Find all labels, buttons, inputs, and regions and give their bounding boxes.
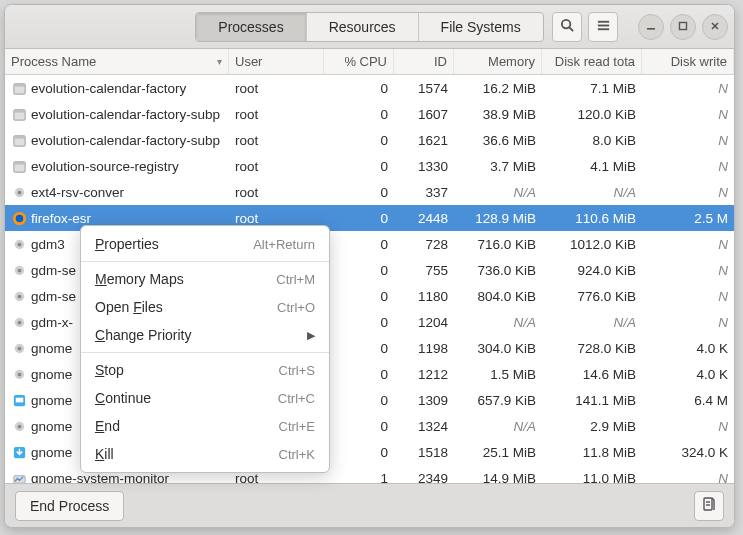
process-cpu: 0 xyxy=(324,419,394,434)
process-context-menu: PropertiesAlt+ReturnMemory MapsCtrl+MOpe… xyxy=(80,225,330,473)
process-disk-write: 6.4 M xyxy=(642,393,734,408)
process-cpu: 0 xyxy=(324,81,394,96)
process-memory: 128.9 MiB xyxy=(454,211,542,226)
process-disk-write: N xyxy=(642,159,734,174)
search-icon xyxy=(560,18,575,36)
menu-item[interactable]: PropertiesAlt+Return xyxy=(81,230,329,258)
col-header-memory[interactable]: Memory xyxy=(454,49,542,74)
end-process-button[interactable]: End Process xyxy=(15,491,124,521)
col-header-id[interactable]: ID xyxy=(394,49,454,74)
col-header-cpu[interactable]: % CPU xyxy=(324,49,394,74)
col-header-name[interactable]: Process Name▾ xyxy=(5,49,229,74)
process-name: gdm-se xyxy=(31,289,76,304)
process-icon xyxy=(11,210,27,226)
process-disk-read: 11.0 MiB xyxy=(542,471,642,484)
svg-rect-14 xyxy=(13,135,24,138)
menu-item-label: Memory Maps xyxy=(95,271,184,287)
process-cpu: 0 xyxy=(324,289,394,304)
maximize-button[interactable] xyxy=(670,14,696,40)
svg-point-18 xyxy=(17,190,21,194)
svg-point-28 xyxy=(17,320,21,324)
process-name: gnome xyxy=(31,419,72,434)
hamburger-icon xyxy=(596,18,611,36)
table-row[interactable]: evolution-source-registryroot013303.7 Mi… xyxy=(5,153,734,179)
svg-rect-6 xyxy=(680,22,687,29)
process-icon xyxy=(11,236,27,252)
close-icon xyxy=(710,21,720,33)
svg-rect-12 xyxy=(13,109,24,112)
process-memory: 3.7 MiB xyxy=(454,159,542,174)
menu-separator xyxy=(81,261,329,262)
process-icon xyxy=(11,392,27,408)
process-cpu: 0 xyxy=(324,133,394,148)
menu-item[interactable]: Open FilesCtrl+O xyxy=(81,293,329,321)
column-headers: Process Name▾ User % CPU ID Memory Disk … xyxy=(5,49,734,75)
process-disk-read: 7.1 MiB xyxy=(542,81,642,96)
tab-processes[interactable]: Processes xyxy=(196,13,306,41)
process-name: evolution-calendar-factory xyxy=(31,81,186,96)
process-disk-write: N xyxy=(642,315,734,330)
table-row[interactable]: evolution-calendar-factory-subproot01621… xyxy=(5,127,734,153)
close-button[interactable] xyxy=(702,14,728,40)
menu-item[interactable]: KillCtrl+K xyxy=(81,440,329,468)
process-icon xyxy=(11,80,27,96)
process-user: root xyxy=(229,133,324,148)
process-memory: 36.6 MiB xyxy=(454,133,542,148)
process-id: 1607 xyxy=(394,107,454,122)
menu-item-label: Change Priority xyxy=(95,327,192,343)
process-disk-read: 728.0 KiB xyxy=(542,341,642,356)
minimize-button[interactable] xyxy=(638,14,664,40)
process-id: 337 xyxy=(394,185,454,200)
tab-resources[interactable]: Resources xyxy=(307,13,419,41)
process-disk-read: 110.6 MiB xyxy=(542,211,642,226)
process-disk-read: 4.1 MiB xyxy=(542,159,642,174)
process-cpu: 0 xyxy=(324,211,394,226)
table-row[interactable]: evolution-calendar-factory-subproot01607… xyxy=(5,101,734,127)
svg-line-1 xyxy=(569,27,573,31)
col-header-disk-read[interactable]: Disk read tota xyxy=(542,49,642,74)
process-icon xyxy=(11,132,27,148)
process-name: ext4-rsv-conver xyxy=(31,185,124,200)
process-memory: 804.0 KiB xyxy=(454,289,542,304)
process-id: 755 xyxy=(394,263,454,278)
minimize-icon xyxy=(646,21,656,33)
process-icon xyxy=(11,418,27,434)
process-disk-write: N xyxy=(642,107,734,122)
search-button[interactable] xyxy=(552,12,582,42)
process-icon xyxy=(11,366,27,382)
menu-item[interactable]: Change Priority▶ xyxy=(81,321,329,349)
menu-button[interactable] xyxy=(588,12,618,42)
process-disk-write: N xyxy=(642,471,734,484)
process-icon xyxy=(11,106,27,122)
process-icon xyxy=(11,470,27,483)
col-header-user[interactable]: User xyxy=(229,49,324,74)
process-user: root xyxy=(229,185,324,200)
menu-item[interactable]: ContinueCtrl+C xyxy=(81,384,329,412)
properties-button[interactable] xyxy=(694,491,724,521)
table-row[interactable]: evolution-calendar-factoryroot0157416.2 … xyxy=(5,75,734,101)
menu-shortcut: Ctrl+E xyxy=(279,419,315,434)
view-switcher: Processes Resources File Systems xyxy=(195,12,543,42)
col-header-disk-write[interactable]: Disk write xyxy=(642,49,734,74)
process-cpu: 1 xyxy=(324,471,394,484)
process-disk-write: N xyxy=(642,81,734,96)
menu-item[interactable]: Memory MapsCtrl+M xyxy=(81,265,329,293)
process-disk-read: 120.0 KiB xyxy=(542,107,642,122)
process-memory: N/A xyxy=(454,185,542,200)
process-cpu: 0 xyxy=(324,159,394,174)
tab-filesystems[interactable]: File Systems xyxy=(419,13,543,41)
menu-item[interactable]: EndCtrl+E xyxy=(81,412,329,440)
process-disk-write: 324.0 K xyxy=(642,445,734,460)
process-icon xyxy=(11,444,27,460)
process-disk-read: 776.0 KiB xyxy=(542,289,642,304)
process-user: root xyxy=(229,107,324,122)
process-id: 2448 xyxy=(394,211,454,226)
process-name: gnome xyxy=(31,367,72,382)
process-name: gdm-se xyxy=(31,263,76,278)
process-icon xyxy=(11,314,27,330)
menu-item-label: Open Files xyxy=(95,299,163,315)
process-user: root xyxy=(229,159,324,174)
menu-item[interactable]: StopCtrl+S xyxy=(81,356,329,384)
table-row[interactable]: ext4-rsv-converroot0337N/AN/AN xyxy=(5,179,734,205)
process-disk-write: 4.0 K xyxy=(642,367,734,382)
